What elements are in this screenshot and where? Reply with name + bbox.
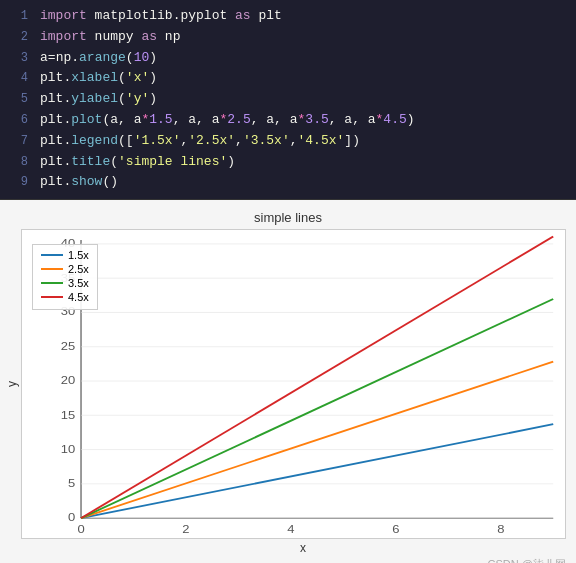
token: a	[40, 50, 48, 65]
token: (	[118, 70, 126, 85]
legend-item-2: 2.5x	[41, 263, 89, 275]
token: , a, a	[251, 112, 298, 127]
legend-color-3	[41, 282, 63, 284]
token: plt	[40, 174, 63, 189]
token: 2.5	[227, 112, 250, 127]
svg-text:4: 4	[287, 523, 295, 536]
line-2-5x	[81, 362, 553, 518]
svg-text:25: 25	[61, 340, 76, 353]
code-line-8: 8plt.title('simple lines')	[0, 152, 576, 173]
token: ()	[102, 174, 118, 189]
line-4-5x	[81, 237, 553, 519]
token: )	[149, 91, 157, 106]
token: matplotlib.pyplot	[87, 8, 235, 23]
code-line-6: 6plt.plot(a, a*1.5, a, a*2.5, a, a*3.5, …	[0, 110, 576, 131]
token: plot	[71, 112, 102, 127]
code-line-3: 3a=np.arange(10)	[0, 48, 576, 69]
token: numpy	[87, 29, 142, 44]
line-number-1: 1	[8, 7, 28, 26]
legend-item-1: 1.5x	[41, 249, 89, 261]
token: import	[40, 29, 87, 44]
token: ([	[118, 133, 134, 148]
code-line-4: 4plt.xlabel('x')	[0, 68, 576, 89]
token: show	[71, 174, 102, 189]
token: '3.5x'	[243, 133, 290, 148]
svg-text:8: 8	[497, 523, 505, 536]
chart-container: simple lines y 0 5	[0, 200, 576, 563]
svg-text:0: 0	[68, 511, 76, 524]
token: =	[48, 50, 56, 65]
token: '4.5x'	[298, 133, 345, 148]
chart-plot: 0 5 10 15 20 25 30 35 40	[21, 229, 566, 539]
token: np	[56, 50, 72, 65]
svg-text:2: 2	[182, 523, 190, 536]
code-line-2: 2import numpy as np	[0, 27, 576, 48]
token: plt	[40, 70, 63, 85]
legend-label-3: 3.5x	[68, 277, 89, 289]
line-number-6: 6	[8, 111, 28, 130]
token: plt	[40, 133, 63, 148]
token: ,	[235, 133, 243, 148]
token: plt	[40, 91, 63, 106]
legend-label-2: 2.5x	[68, 263, 89, 275]
code-line-1: 1import matplotlib.pyplot as plt	[0, 6, 576, 27]
code-line-7: 7plt.legend(['1.5x','2.5x','3.5x','4.5x'…	[0, 131, 576, 152]
line-number-9: 9	[8, 173, 28, 192]
svg-text:15: 15	[61, 409, 76, 422]
x-axis-label: x	[0, 541, 576, 555]
line-number-3: 3	[8, 49, 28, 68]
token: plt	[40, 154, 63, 169]
legend-label-4: 4.5x	[68, 291, 89, 303]
legend-color-2	[41, 268, 63, 270]
line-number-4: 4	[8, 69, 28, 88]
plot-svg: 0 5 10 15 20 25 30 35 40	[22, 230, 565, 538]
line-3-5x	[81, 299, 553, 518]
svg-text:0: 0	[77, 523, 85, 536]
chart-area: y 0 5 10	[0, 229, 576, 539]
token: )	[227, 154, 235, 169]
token: plt	[40, 112, 63, 127]
token: 4.5	[383, 112, 406, 127]
code-line-5: 5plt.ylabel('y')	[0, 89, 576, 110]
token: 'simple lines'	[118, 154, 227, 169]
y-axis-label: y	[5, 381, 19, 387]
line-number-7: 7	[8, 132, 28, 151]
token: as	[235, 8, 251, 23]
token: ,	[290, 133, 298, 148]
svg-text:10: 10	[61, 443, 76, 456]
token: import	[40, 8, 87, 23]
token: '2.5x'	[188, 133, 235, 148]
svg-text:6: 6	[392, 523, 400, 536]
token: (	[118, 91, 126, 106]
token: .	[71, 50, 79, 65]
legend-label-1: 1.5x	[68, 249, 89, 261]
chart-legend: 1.5x 2.5x 3.5x 4.5x	[32, 244, 98, 310]
token: xlabel	[71, 70, 118, 85]
token: title	[71, 154, 110, 169]
line-number-5: 5	[8, 90, 28, 109]
token: , a, a	[329, 112, 376, 127]
token: ylabel	[71, 91, 118, 106]
watermark: CSDN @柒儿网	[0, 557, 576, 563]
token: (	[110, 154, 118, 169]
code-editor: 1import matplotlib.pyplot as plt2import …	[0, 0, 576, 200]
token: )	[149, 50, 157, 65]
legend-color-1	[41, 254, 63, 256]
token: '1.5x'	[134, 133, 181, 148]
token: ])	[344, 133, 360, 148]
token: arange	[79, 50, 126, 65]
token: )	[407, 112, 415, 127]
token: 'y'	[126, 91, 149, 106]
token: 1.5	[149, 112, 172, 127]
token: plt	[251, 8, 282, 23]
token: , a, a	[173, 112, 220, 127]
token: legend	[71, 133, 118, 148]
token: as	[141, 29, 157, 44]
legend-color-4	[41, 296, 63, 298]
svg-text:5: 5	[68, 477, 76, 490]
chart-title: simple lines	[0, 210, 576, 225]
legend-item-3: 3.5x	[41, 277, 89, 289]
line-number-8: 8	[8, 153, 28, 172]
token: 3.5	[305, 112, 328, 127]
token: )	[149, 70, 157, 85]
